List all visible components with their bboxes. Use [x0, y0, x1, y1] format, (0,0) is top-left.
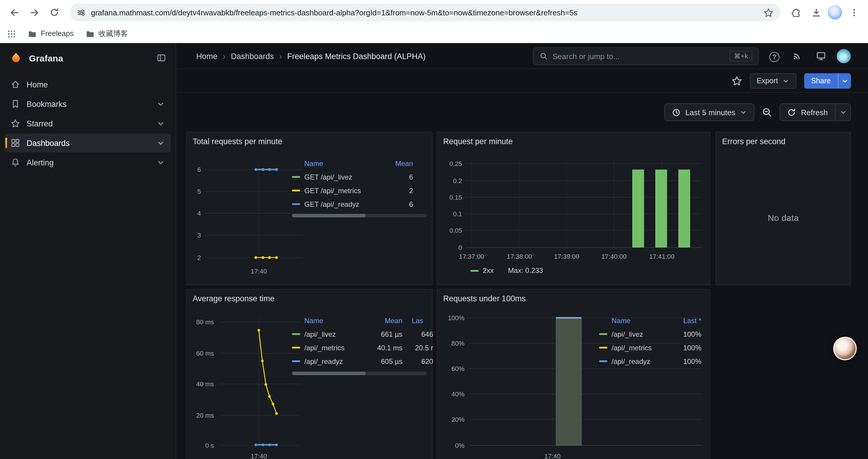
legend-header-name[interactable]: Name: [292, 316, 373, 325]
sidebar-item-starred[interactable]: Starred: [5, 114, 171, 133]
favorite-star-icon[interactable]: [731, 75, 742, 86]
y-tick: 4: [189, 210, 201, 217]
chevron-down-icon[interactable]: [157, 100, 165, 108]
star-icon: [11, 119, 20, 128]
bookmark-folder-freeleaps[interactable]: Freeleaps: [28, 29, 73, 38]
bookmarks-bar: Freeleaps 收藏博客: [0, 25, 868, 43]
y-tick: 80%: [438, 340, 464, 347]
series-name[interactable]: GET /api/_readyz: [304, 200, 390, 208]
series-color-swatch: [292, 360, 300, 362]
scrollbar-thumb[interactable]: [292, 214, 366, 218]
grafana-logo[interactable]: [9, 52, 23, 64]
series-name[interactable]: /api/_readyz: [304, 357, 373, 365]
series-mean: 6: [390, 200, 413, 208]
legend-scrollbar[interactable]: [292, 371, 427, 375]
series-last: 20.5 r: [406, 343, 433, 352]
extensions-icon[interactable]: [788, 4, 804, 21]
reload-icon[interactable]: [46, 4, 63, 21]
series-name[interactable]: GET /api/_livez: [304, 173, 390, 181]
series-name[interactable]: /api/_metrics: [304, 343, 373, 352]
legend-header-last[interactable]: Last *: [670, 316, 701, 325]
legend-series[interactable]: 2xx: [470, 266, 494, 275]
legend-row: /api/_metrics 100%: [599, 341, 701, 355]
request-per-minute-chart[interactable]: [437, 132, 711, 286]
breadcrumb-separator: ›: [223, 52, 225, 61]
panel-title[interactable]: Errors per second: [722, 137, 785, 146]
panel-errors-per-second: Errors per second No data: [716, 132, 851, 285]
share-menu-chevron-icon[interactable]: [838, 73, 851, 88]
refresh-icon: [787, 108, 796, 117]
legend-header-name[interactable]: Name: [599, 316, 670, 325]
time-controls: Last 5 minutes Refresh: [664, 103, 851, 122]
search-bar[interactable]: ⌘+k: [533, 47, 759, 65]
address-bar[interactable]: grafana.mathmast.com/d/deytv4rwavabkb/fr…: [70, 4, 780, 21]
sidebar-item-label: Alerting: [27, 158, 54, 167]
scrollbar-thumb[interactable]: [292, 371, 366, 375]
grafana-profile-avatar[interactable]: [837, 49, 851, 63]
series-mean: 605 µs: [373, 357, 402, 365]
y-tick: 40 ms: [190, 381, 214, 388]
sidebar-item-alerting[interactable]: Alerting: [5, 153, 171, 172]
grafana-sidebar: Grafana Home Bookmarks Starred: [0, 43, 176, 459]
y-tick: 0.1: [438, 210, 462, 218]
sidebar-item-bookmarks[interactable]: Bookmarks: [5, 95, 171, 113]
legend-header-mean[interactable]: Mean: [390, 159, 413, 167]
help-icon[interactable]: ?: [769, 51, 779, 62]
clock-icon: [672, 108, 681, 117]
browser-menu-icon[interactable]: [845, 4, 862, 21]
kiosk-monitor-icon[interactable]: [816, 51, 826, 61]
floating-assistant-avatar[interactable]: [833, 337, 857, 360]
y-tick: 100%: [438, 314, 464, 321]
refresh-button[interactable]: Refresh: [780, 103, 851, 121]
series-color-swatch: [599, 347, 608, 349]
x-tick: 17:40: [251, 268, 267, 275]
y-tick: 0.15: [438, 194, 462, 201]
back-icon[interactable]: [6, 4, 23, 21]
search-input[interactable]: [553, 52, 725, 61]
legend-row: GET /api/_readyz 6: [292, 197, 433, 211]
legend-header-last[interactable]: Las: [406, 316, 433, 325]
legend-header-mean[interactable]: Mean: [373, 316, 402, 325]
apps-grid-icon[interactable]: [7, 29, 16, 38]
sidebar-item-label: Starred: [27, 119, 53, 128]
sidebar-item-home[interactable]: Home: [5, 75, 171, 94]
news-rss-icon[interactable]: [793, 51, 802, 61]
y-tick: 80 ms: [190, 319, 214, 326]
legend-scrollbar[interactable]: [292, 214, 427, 218]
breadcrumb-home[interactable]: Home: [196, 52, 217, 61]
time-range-picker[interactable]: Last 5 minutes: [664, 103, 755, 121]
browser-toolbar: grafana.mathmast.com/d/deytv4rwavabkb/fr…: [0, 0, 868, 25]
forward-icon[interactable]: [26, 4, 42, 21]
chevron-down-icon[interactable]: [157, 139, 165, 147]
brand-name[interactable]: Grafana: [29, 53, 63, 63]
x-tick: 17:39:00: [554, 253, 579, 260]
export-button[interactable]: Export: [749, 73, 796, 88]
site-settings-icon[interactable]: [77, 8, 86, 17]
legend-header-name[interactable]: Name: [292, 159, 390, 167]
browser-profile-avatar[interactable]: [828, 5, 842, 20]
zoom-out-icon[interactable]: [762, 107, 773, 118]
x-tick: 17:38:00: [507, 253, 532, 260]
sidebar-item-dashboards[interactable]: Dashboards: [5, 133, 171, 153]
series-name[interactable]: GET /api/_metrics: [304, 186, 390, 195]
series-name[interactable]: /api/_livez: [612, 330, 670, 338]
bookmark-star-icon[interactable]: [764, 7, 773, 18]
bookmark-folder-blogs[interactable]: 收藏博客: [85, 29, 128, 39]
series-name[interactable]: /api/_livez: [304, 330, 373, 338]
chevron-down-icon[interactable]: [157, 119, 165, 128]
series-name[interactable]: /api/_readyz: [612, 357, 670, 365]
legend-table: Name Mean Las /api/_livez 661 µs 646 /ap…: [292, 314, 433, 368]
series-name[interactable]: /api/_metrics: [612, 343, 670, 352]
share-button[interactable]: Share: [804, 73, 851, 88]
legend-row: GET /api/_metrics 2: [292, 184, 433, 197]
breadcrumb-dashboards[interactable]: Dashboards: [231, 52, 274, 61]
dock-menu-icon[interactable]: [157, 53, 166, 63]
chevron-down-icon[interactable]: [157, 158, 165, 167]
downloads-icon[interactable]: [808, 4, 824, 21]
refresh-interval-chevron-icon[interactable]: [835, 104, 850, 121]
legend-row: /api/_readyz 605 µs 620: [292, 355, 433, 368]
sidebar-item-label: Dashboards: [27, 138, 70, 147]
legend-header-row: Name Last *: [599, 314, 701, 327]
share-label[interactable]: Share: [804, 73, 838, 88]
folder-icon: [85, 29, 94, 38]
